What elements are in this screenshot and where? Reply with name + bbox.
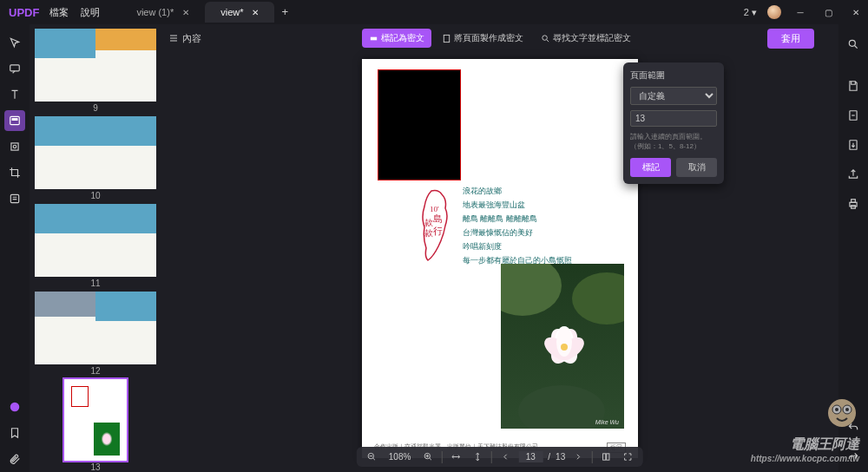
export-pdf-icon[interactable] (843, 105, 864, 126)
range-type-select[interactable]: 自定義 (630, 87, 717, 105)
zoom-out-button[interactable] (364, 450, 380, 463)
pages-icon (442, 34, 451, 43)
thumbnail-9[interactable] (35, 29, 156, 102)
poem-line: 吟唱新刻度 (463, 239, 572, 253)
svg-text:10': 10' (430, 205, 439, 213)
redact-icon[interactable] (4, 110, 25, 131)
list-icon (168, 33, 179, 43)
thumb-num: 11 (33, 279, 158, 288)
fit-width-button[interactable] (447, 450, 464, 463)
cancel-button[interactable]: 取消 (676, 158, 717, 177)
chat-icon[interactable] (4, 397, 25, 417)
poem-line: 浪花的故鄉 (463, 184, 572, 198)
menu-file[interactable]: 檔案 (49, 6, 69, 19)
maximize-button[interactable]: ▢ (823, 7, 833, 17)
svg-text:行: 行 (433, 226, 443, 236)
thumbnail-13[interactable] (64, 379, 127, 461)
undo-icon[interactable] (843, 417, 864, 438)
user-avatar[interactable] (767, 5, 781, 19)
thumb-num: 9 (33, 103, 158, 113)
pointer-icon[interactable] (4, 32, 25, 53)
apply-button[interactable]: 套用 (767, 29, 814, 49)
canvas[interactable]: 10' 島 款 款 行 浪花的故鄉 地表最強海豐山盆 離島 離離島 離離離島 台… (161, 52, 838, 472)
redo-icon[interactable] (843, 447, 864, 468)
next-page-button[interactable] (570, 450, 587, 463)
lotus-flower-icon (534, 316, 595, 368)
confirm-button[interactable]: 標記 (630, 158, 671, 177)
svg-rect-25 (607, 454, 609, 460)
close-icon[interactable]: ✕ (252, 8, 259, 17)
form-icon[interactable] (4, 188, 25, 209)
tab-view1[interactable]: view (1)*✕ (121, 2, 205, 23)
prev-page-button[interactable] (496, 450, 513, 463)
svg-text:款: 款 (424, 218, 433, 227)
minimize-button[interactable]: ─ (795, 7, 806, 17)
svg-rect-0 (10, 65, 20, 71)
redact-icon (369, 34, 378, 43)
taiwan-outline-icon: 10' 島 款 款 行 (414, 187, 457, 264)
titlebar: UPDF 檔案 說明 view (1)*✕ view*✕ + 2 ▾ ─ ▢ ✕ (0, 0, 868, 24)
tab-view[interactable]: view*✕ (205, 2, 274, 23)
svg-point-9 (542, 35, 548, 40)
content-area: 內容 標記為密文 將頁面製作成密文 尋找文字並標記密文 套用 10' 島 款 款… (161, 24, 838, 472)
svg-rect-24 (603, 454, 606, 460)
notification-badge[interactable]: 2 ▾ (744, 7, 757, 18)
toc-button[interactable]: 內容 (168, 32, 201, 45)
zoom-level[interactable]: 108% (385, 450, 415, 463)
crop-icon[interactable] (4, 162, 25, 183)
save-icon[interactable] (843, 75, 864, 96)
toolbar-center: 標記為密文 將頁面製作成密文 尋找文字並標記密文 (362, 29, 638, 48)
svg-point-26 (849, 40, 855, 46)
bottom-toolbar: 108% / 13 (357, 447, 643, 467)
svg-rect-3 (11, 143, 18, 150)
thumb-num: 12 (33, 366, 158, 376)
svg-rect-2 (12, 119, 17, 121)
new-tab-button[interactable]: + (274, 2, 295, 23)
btn-label: 尋找文字並標記密文 (553, 32, 631, 44)
comment-icon[interactable] (4, 58, 25, 79)
mark-redact-button[interactable]: 標記為密文 (362, 29, 431, 48)
thumbnail-12[interactable] (35, 292, 156, 364)
tabs: view (1)*✕ view*✕ + (121, 2, 743, 23)
zoom-in-button[interactable] (419, 450, 436, 463)
view-mode-button[interactable] (598, 450, 615, 463)
search-icon[interactable] (843, 34, 864, 55)
page-total: 13 (556, 452, 565, 462)
poem-line: 台灣最慷慨佔的美好 (463, 226, 572, 239)
tab-label: view* (220, 7, 243, 17)
thumbnail-10[interactable] (35, 116, 156, 189)
print-icon[interactable] (843, 193, 864, 214)
page-range-input[interactable] (630, 110, 717, 127)
redacted-area[interactable] (378, 69, 461, 180)
photo-credit: Mike Wu (595, 419, 619, 425)
stamp-icon[interactable] (4, 136, 25, 157)
edit-text-icon[interactable] (4, 84, 25, 105)
bookmark-icon[interactable] (4, 423, 25, 443)
share-icon[interactable] (843, 164, 864, 185)
app-logo: UPDF (3, 6, 39, 19)
fit-page-button[interactable] (469, 450, 485, 463)
thumbnail-panel: 9 10 11 12 13 (30, 24, 161, 472)
svg-point-21 (561, 344, 568, 351)
poem-line: 離島 離離島 離離離島 (463, 212, 572, 226)
svg-rect-30 (852, 200, 856, 203)
attachment-icon[interactable] (4, 449, 25, 469)
tab-label: view (1)* (136, 7, 174, 17)
find-mark-button[interactable]: 尋找文字並標記密文 (534, 29, 638, 48)
fullscreen-button[interactable] (620, 450, 636, 463)
popup-hint: 請輸入連續的頁面範圍。（例如：1、5、8-12） (630, 132, 717, 151)
thumbnail-11[interactable] (35, 204, 156, 277)
svg-point-4 (13, 145, 16, 148)
menu-help[interactable]: 說明 (81, 6, 100, 19)
top-toolbar: 內容 標記為密文 將頁面製作成密文 尋找文字並標記密文 套用 (161, 24, 838, 52)
close-icon[interactable]: ✕ (182, 8, 189, 17)
page-sep: / (548, 452, 550, 462)
page-input[interactable] (518, 451, 542, 462)
export-icon[interactable] (843, 134, 864, 155)
apply-pages-button[interactable]: 將頁面製作成密文 (435, 29, 530, 48)
toc-label: 內容 (182, 32, 201, 45)
titlebar-right: 2 ▾ ─ ▢ ✕ (744, 5, 865, 19)
close-button[interactable]: ✕ (851, 7, 861, 17)
poem-line: 地表最強海豐山盆 (463, 198, 572, 212)
svg-rect-7 (371, 36, 377, 40)
